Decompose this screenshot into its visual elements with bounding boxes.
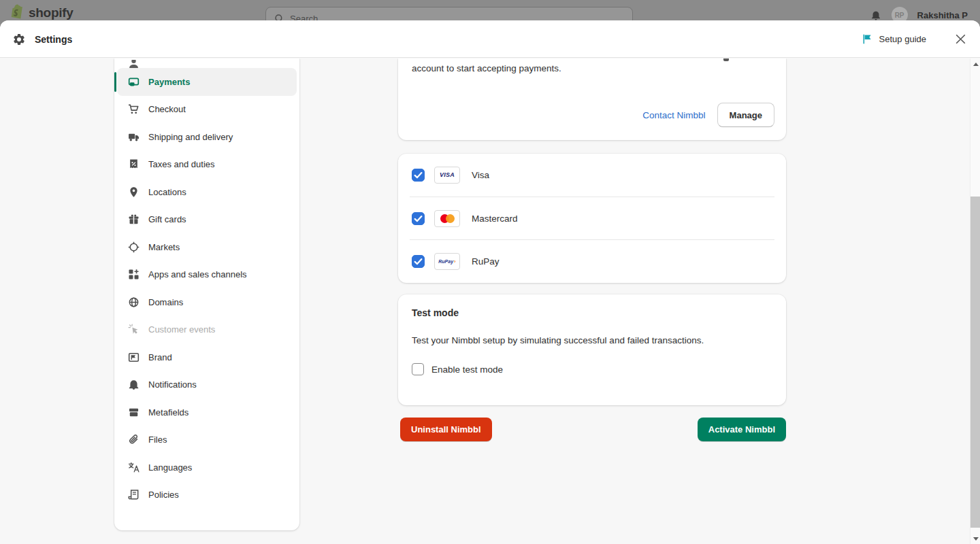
sidebar-item-label: Markets: [148, 242, 180, 252]
activate-nimbbl-button[interactable]: Activate Nimbbl: [698, 418, 786, 441]
gear-icon: [12, 33, 26, 46]
sidebar-item-gift-cards[interactable]: Gift cards: [117, 206, 297, 234]
payment-method-row-mastercard: Mastercard: [398, 197, 786, 240]
sidebar-item-label: Apps and sales channels: [148, 269, 247, 279]
actions-row: Uninstall Nimbbl Activate Nimbbl: [398, 418, 786, 441]
checkmark-icon: [412, 169, 424, 181]
truck-icon: [128, 131, 140, 143]
sidebar-item-policies[interactable]: Policies: [117, 481, 297, 509]
sidebar-item-brand[interactable]: Brand: [117, 343, 297, 371]
scrollbar-thumb[interactable]: [970, 197, 980, 528]
sidebar-item-label: Shipping and delivery: [148, 132, 233, 142]
payments-settings-content: account to start accepting payments. Con…: [398, 58, 786, 544]
payment-method-label: RuPay: [472, 256, 500, 267]
rupay-badge: RuPay›: [434, 253, 460, 270]
payment-method-label: Visa: [472, 170, 489, 180]
tax-receipt-icon: [128, 158, 140, 170]
sidebar-item-notifications[interactable]: Notifications: [117, 371, 297, 399]
sidebar-item-label: Checkout: [148, 104, 186, 114]
sidebar-item-label: Languages: [148, 462, 192, 473]
gift-icon: [128, 214, 140, 225]
notifications-bell-icon[interactable]: [870, 9, 882, 21]
translate-icon: [128, 462, 140, 473]
visa-logo: VISA: [440, 171, 455, 178]
rupay-logo: RuPay: [438, 259, 453, 264]
metafields-icon: [128, 407, 140, 418]
sidebar-item-label: Domains: [148, 297, 183, 307]
enable-test-mode-label: Enable test mode: [431, 364, 503, 375]
bell-icon: [128, 379, 140, 390]
users-icon: [128, 60, 140, 68]
payment-methods-card: VISA Visa Maste: [398, 154, 786, 283]
sidebar-item-label: Files: [148, 435, 167, 445]
domains-globe-icon: [128, 296, 140, 308]
payment-method-row-visa: VISA Visa: [398, 154, 786, 197]
visa-checkbox[interactable]: [412, 169, 425, 182]
flag-icon: [862, 33, 873, 45]
visa-badge: VISA: [434, 167, 460, 184]
sidebar-item-locations[interactable]: Locations: [117, 178, 297, 206]
modal-body: Payments Checkout: [0, 58, 980, 544]
contact-nimbbl-link[interactable]: Contact Nimbbl: [642, 110, 705, 120]
mastercard-logo: [440, 214, 455, 223]
user-name: Rakshitha P: [917, 10, 968, 20]
close-icon[interactable]: [953, 32, 968, 46]
settings-modal: Settings Setup guide: [0, 20, 980, 544]
setup-guide-button[interactable]: Setup guide: [862, 33, 926, 45]
sidebar-item-payments[interactable]: Payments: [117, 68, 297, 96]
modal-header: Settings Setup guide: [0, 20, 980, 58]
sidebar-item-clipped[interactable]: [117, 60, 297, 68]
sidebar-item-label: Gift cards: [148, 214, 186, 224]
clipped-content-fragment: [723, 58, 729, 61]
sidebar-item-markets[interactable]: Markets: [117, 233, 297, 261]
shopify-logo-icon: [10, 3, 26, 20]
checkmark-icon: [412, 256, 424, 267]
location-pin-icon: [128, 186, 140, 198]
sidebar-item-checkout[interactable]: Checkout: [117, 96, 297, 124]
mastercard-checkbox[interactable]: [412, 212, 425, 225]
markets-globe-icon: [128, 241, 140, 253]
scroll-down-button[interactable]: [970, 533, 980, 544]
apps-grid-icon: [128, 269, 140, 280]
arrow-up-icon: [973, 63, 979, 66]
checkout-cart-icon: [128, 103, 140, 115]
arrow-down-icon: [973, 537, 979, 541]
payment-method-label: Mastercard: [472, 214, 518, 224]
sidebar-item-apps[interactable]: Apps and sales channels: [117, 261, 297, 289]
test-mode-title: Test mode: [412, 307, 772, 318]
sidebar-item-label: Payments: [148, 77, 190, 87]
sidebar-item-metafields[interactable]: Metafields: [117, 398, 297, 426]
sidebar-item-taxes[interactable]: Taxes and duties: [117, 151, 297, 179]
enable-test-mode-checkbox[interactable]: [412, 363, 424, 375]
brand-icon: [128, 352, 140, 363]
sidebar-item-label: Notifications: [148, 379, 197, 390]
setup-guide-label: Setup guide: [879, 34, 926, 44]
sidebar-item-label: Metafields: [148, 407, 189, 418]
shopify-wordmark: shopify: [29, 5, 73, 20]
sidebar-item-languages[interactable]: Languages: [117, 454, 297, 481]
sidebar-item-shipping[interactable]: Shipping and delivery: [117, 123, 297, 151]
rupay-arrow: ›: [454, 258, 456, 265]
cursor-click-icon: [128, 324, 140, 335]
payment-method-row-rupay: RuPay› RuPay: [398, 240, 786, 283]
test-mode-card: Test mode Test your Nimbbl setup by simu…: [398, 294, 786, 405]
scroll-up-button[interactable]: [970, 58, 980, 69]
test-mode-description: Test your Nimbbl setup by simulating suc…: [412, 335, 772, 345]
payments-icon: [128, 76, 140, 88]
uninstall-nimbbl-button[interactable]: Uninstall Nimbbl: [400, 418, 492, 441]
avatar-initials: RP: [895, 12, 904, 19]
sidebar-item-label: Brand: [148, 352, 172, 362]
provider-card: account to start accepting payments. Con…: [398, 58, 786, 140]
paperclip-icon: [128, 434, 140, 445]
mastercard-badge: [434, 210, 460, 227]
page-title: Settings: [35, 34, 72, 45]
sidebar-item-label: Taxes and duties: [148, 159, 215, 169]
sidebar-item-files[interactable]: Files: [117, 426, 297, 454]
rupay-checkbox[interactable]: [412, 255, 425, 268]
settings-sidebar: Payments Checkout: [114, 58, 299, 530]
vertical-scrollbar[interactable]: [970, 58, 980, 544]
manage-button[interactable]: Manage: [717, 103, 774, 127]
provider-description: account to start accepting payments.: [412, 63, 561, 73]
sidebar-item-domains[interactable]: Domains: [117, 288, 297, 316]
sidebar-item-label: Policies: [148, 490, 179, 500]
